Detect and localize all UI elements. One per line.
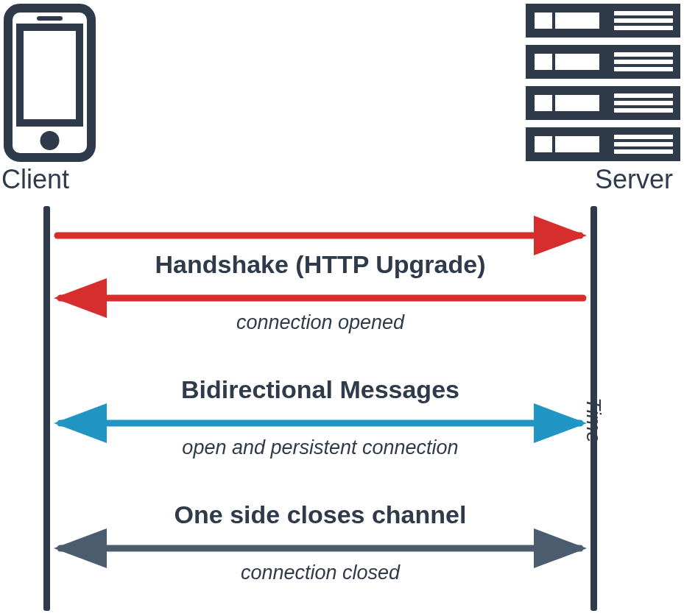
svg-rect-27: [614, 149, 673, 154]
svg-rect-9: [614, 26, 673, 30]
server-icon: [526, 4, 680, 165]
close-title: One side closes channel: [50, 500, 590, 529]
bidirectional-arrow: [50, 408, 590, 438]
svg-rect-13: [614, 52, 673, 57]
close-subtitle: connection closed: [50, 562, 590, 584]
svg-rect-23: [535, 136, 552, 152]
handshake-subtitle: connection opened: [50, 311, 590, 334]
svg-rect-25: [614, 135, 673, 139]
svg-rect-1: [20, 27, 80, 123]
svg-rect-17: [535, 95, 552, 111]
handshake-request-arrow: [50, 221, 590, 250]
svg-rect-7: [614, 11, 673, 15]
svg-rect-26: [614, 142, 673, 146]
svg-rect-6: [555, 13, 599, 29]
svg-point-3: [40, 131, 60, 150]
bidirectional-title: Bidirectional Messages: [50, 375, 590, 404]
svg-rect-19: [614, 93, 673, 98]
handshake-response-arrow: [50, 283, 590, 313]
svg-rect-20: [614, 101, 673, 105]
svg-rect-14: [614, 60, 673, 64]
bidirectional-subtitle: open and persistent connection: [50, 436, 590, 459]
svg-rect-5: [535, 13, 552, 29]
svg-rect-21: [614, 108, 673, 113]
client-lifeline: [43, 206, 50, 611]
svg-rect-15: [614, 67, 673, 71]
svg-rect-8: [614, 18, 673, 23]
client-label: Client: [1, 164, 69, 195]
svg-rect-18: [555, 95, 599, 111]
svg-rect-11: [535, 54, 552, 70]
diagram-stage: Client: [0, 0, 684, 616]
handshake-title: Handshake (HTTP Upgrade): [50, 250, 590, 279]
server-label: Server: [595, 164, 673, 195]
client-icon: [4, 4, 96, 165]
svg-rect-12: [555, 54, 599, 70]
svg-rect-24: [555, 136, 599, 152]
close-arrow: [50, 534, 590, 563]
